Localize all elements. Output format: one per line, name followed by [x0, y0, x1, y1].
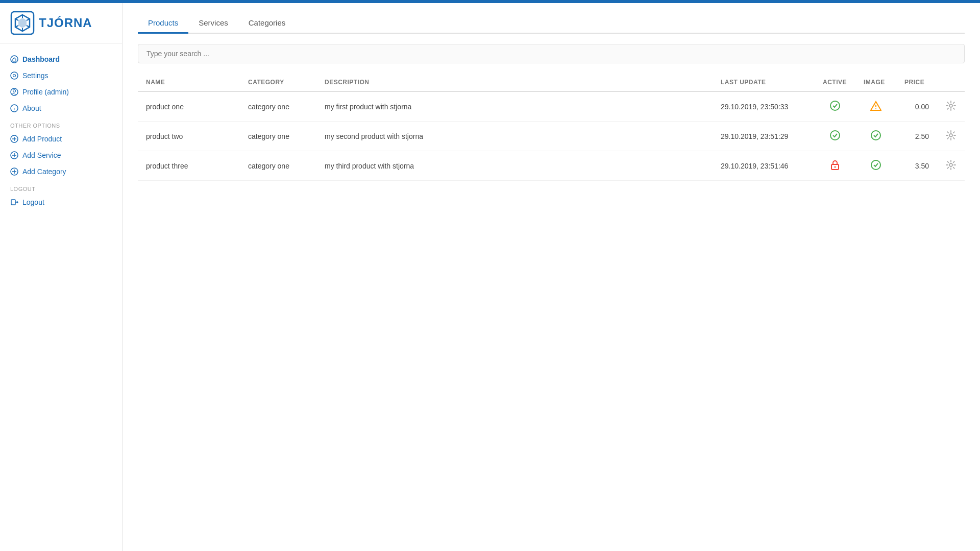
logo-area: TJÓRNA: [0, 3, 122, 43]
sidebar-label-about: About: [22, 104, 41, 112]
sidebar-label-logout: Logout: [22, 198, 44, 206]
gear-icon[interactable]: [945, 130, 957, 141]
col-header-price: PRICE: [896, 74, 937, 91]
col-header-description: DESCRIPTION: [316, 74, 713, 91]
sidebar-item-dashboard[interactable]: Dashboard: [0, 51, 122, 67]
profile-icon: [10, 88, 18, 96]
svg-point-32: [830, 131, 840, 140]
cell-actions[interactable]: [937, 151, 965, 181]
col-header-category: CATEGORY: [240, 74, 316, 91]
tabs-bar: Products Services Categories: [138, 13, 965, 34]
cell-category: category one: [240, 122, 316, 151]
cell-last-update: 29.10.2019, 23:51:46: [713, 151, 815, 181]
col-header-name: NAME: [138, 74, 240, 91]
svg-point-38: [949, 163, 952, 166]
sidebar-item-add-category[interactable]: Add Category: [0, 163, 122, 180]
sidebar-label-settings: Settings: [22, 71, 48, 80]
active-lock-icon: [830, 159, 840, 171]
svg-point-34: [949, 134, 952, 137]
cell-actions[interactable]: [937, 91, 965, 122]
cell-image: [855, 151, 896, 181]
image-check-icon: [870, 130, 881, 141]
table-header-row: NAME CATEGORY DESCRIPTION LAST UPDATE AC…: [138, 74, 965, 91]
add-category-icon: [10, 167, 18, 176]
cell-category: category one: [240, 151, 316, 181]
cell-actions[interactable]: [937, 122, 965, 151]
add-product-icon: [10, 135, 18, 143]
settings-icon: [10, 71, 18, 80]
tab-products[interactable]: Products: [138, 13, 188, 34]
col-header-active: ACTIVE: [815, 74, 855, 91]
cell-description: my third product with stjorna: [316, 151, 713, 181]
logout-label: LOGOUT: [0, 180, 122, 194]
home-icon: [10, 55, 18, 63]
col-header-image: IMAGE: [855, 74, 896, 91]
col-header-last-update: LAST UPDATE: [713, 74, 815, 91]
about-icon: i: [10, 104, 18, 112]
svg-point-36: [835, 166, 836, 168]
sidebar-label-add-category: Add Category: [22, 167, 66, 176]
sidebar-label-dashboard: Dashboard: [22, 55, 60, 63]
add-service-icon: [10, 151, 18, 159]
cell-description: my second product with stjorna: [316, 122, 713, 151]
active-check-icon: [829, 100, 841, 111]
cell-active: [815, 151, 855, 181]
logo-text: TJÓRNA: [39, 16, 92, 30]
cell-price: 0.00: [896, 91, 937, 122]
cell-name: product two: [138, 122, 240, 151]
sidebar-item-profile[interactable]: Profile (admin): [0, 84, 122, 100]
cell-name: product three: [138, 151, 240, 181]
svg-rect-25: [11, 200, 15, 205]
image-warning-icon: [870, 100, 881, 111]
cell-last-update: 29.10.2019, 23:50:33: [713, 91, 815, 122]
gear-icon[interactable]: [945, 100, 957, 111]
sidebar-item-about[interactable]: i About: [0, 100, 122, 116]
products-table: NAME CATEGORY DESCRIPTION LAST UPDATE AC…: [138, 74, 965, 181]
svg-point-27: [830, 101, 840, 110]
sidebar-item-add-service[interactable]: Add Service: [0, 147, 122, 163]
svg-text:i: i: [14, 106, 15, 111]
other-options-label: OTHER OPTIONS: [0, 116, 122, 131]
sidebar-item-settings[interactable]: Settings: [0, 67, 122, 84]
svg-point-37: [871, 160, 880, 170]
col-header-actions: [937, 74, 965, 91]
logo-icon: [10, 11, 35, 35]
gear-icon[interactable]: [945, 159, 957, 171]
cell-name: product one: [138, 91, 240, 122]
cell-category: category one: [240, 91, 316, 122]
table-row: product two category one my second produ…: [138, 122, 965, 151]
svg-point-9: [11, 56, 18, 63]
cell-price: 2.50: [896, 122, 937, 151]
tab-services[interactable]: Services: [188, 13, 238, 34]
cell-active: [815, 122, 855, 151]
svg-point-13: [13, 90, 16, 92]
svg-point-30: [875, 108, 876, 109]
cell-active: [815, 91, 855, 122]
cell-last-update: 29.10.2019, 23:51:29: [713, 122, 815, 151]
sidebar-item-logout[interactable]: Logout: [0, 194, 122, 210]
sidebar-label-add-service: Add Service: [22, 151, 61, 159]
svg-point-11: [13, 75, 16, 77]
cell-image: [855, 91, 896, 122]
cell-price: 3.50: [896, 151, 937, 181]
svg-point-33: [871, 131, 880, 140]
image-check-icon: [870, 159, 881, 171]
svg-point-10: [11, 72, 18, 79]
sidebar-item-add-product[interactable]: Add Product: [0, 131, 122, 147]
sidebar-label-profile: Profile (admin): [22, 88, 69, 96]
sidebar: TJÓRNA Dashboard Settings: [0, 3, 122, 551]
cell-image: [855, 122, 896, 151]
tab-categories[interactable]: Categories: [238, 13, 296, 34]
search-input[interactable]: [138, 44, 965, 63]
table-row: product one category one my first produc…: [138, 91, 965, 122]
svg-marker-2: [18, 18, 27, 28]
logout-icon: [10, 198, 18, 206]
cell-description: my first product with stjorna: [316, 91, 713, 122]
main-content: Products Services Categories NAME CATEGO…: [122, 3, 980, 551]
table-row: product three category one my third prod…: [138, 151, 965, 181]
active-check-icon: [829, 130, 841, 141]
sidebar-label-add-product: Add Product: [22, 135, 62, 143]
svg-point-31: [949, 104, 952, 107]
